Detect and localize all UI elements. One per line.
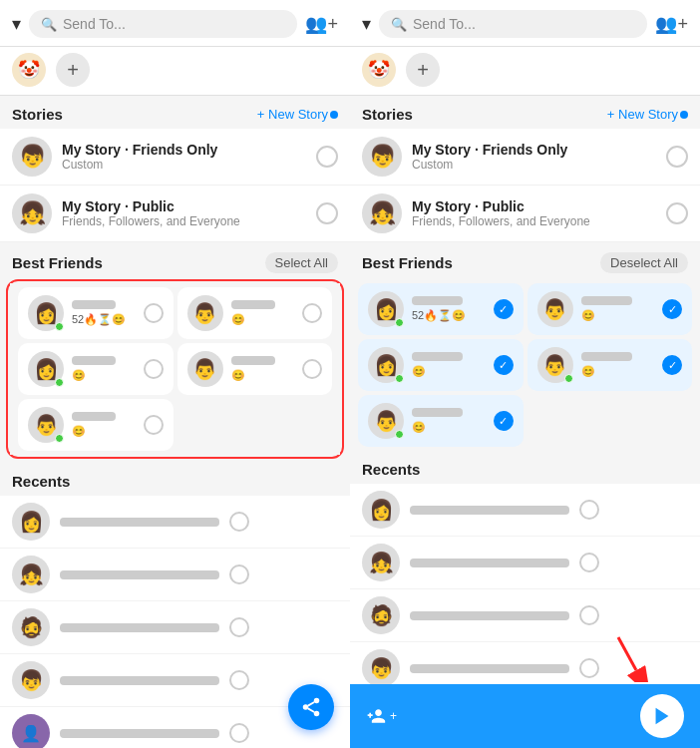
recent-item-1-right[interactable]: 👩	[350, 484, 700, 537]
friend-card-2-right[interactable]: 👨 😊 ✓	[527, 283, 693, 335]
recent-radio-5-left[interactable]	[229, 723, 249, 743]
story-radio-1-left[interactable]	[316, 146, 338, 168]
story-avatar-2-left: 👧	[12, 193, 52, 233]
online-dot-r4	[564, 374, 573, 383]
friend-radio-5-left[interactable]	[144, 415, 164, 435]
add-friends-icon-left[interactable]: 👥+	[305, 13, 338, 35]
friend-card-3-left[interactable]: 👩 😊	[18, 343, 174, 395]
story-info-2-left: My Story · Public Friends, Followers, an…	[62, 198, 306, 228]
friend-avatar-5-right: 👨	[368, 403, 404, 439]
online-dot-3	[55, 378, 64, 387]
friend-radio-2-left[interactable]	[302, 303, 322, 323]
friend-card-1-left[interactable]: 👩 52🔥⏳😊	[18, 287, 174, 339]
friend-radio-4-left[interactable]	[302, 359, 322, 379]
friend-avatar-2-right: 👨	[537, 291, 573, 327]
share-fab-button[interactable]	[288, 684, 334, 730]
best-friends-header-left: Best Friends Select All	[0, 242, 350, 279]
story-item-public-right[interactable]: 👧 My Story · Public Friends, Followers, …	[350, 186, 700, 242]
story-item-friends-only-right[interactable]: 👦 My Story · Friends Only Custom	[350, 129, 700, 186]
friend-radio-3-left[interactable]	[144, 359, 164, 379]
top-bar-left: ▾ 🔍 Send To... 👥+	[0, 0, 350, 47]
search-icon: 🔍	[41, 17, 57, 32]
emoji-row-left: 🤡 +	[0, 47, 350, 96]
recent-item-3-left[interactable]: 🧔	[0, 601, 350, 654]
recent-radio-4-right[interactable]	[579, 658, 599, 678]
recent-avatar-4-left: 👦	[12, 661, 50, 699]
emoji-row-right: 🤡 +	[350, 47, 700, 96]
svg-point-2	[314, 711, 320, 717]
search-box-right[interactable]: 🔍 Send To...	[379, 10, 647, 38]
story-radio-2-left[interactable]	[316, 202, 338, 224]
new-story-button-right[interactable]: + New Story	[607, 107, 688, 122]
friend-radio-5-right[interactable]: ✓	[494, 411, 514, 431]
emoji-button-right[interactable]: 🤡	[362, 53, 396, 87]
friend-name-bar-3	[72, 356, 116, 365]
recent-radio-4-left[interactable]	[229, 670, 249, 690]
search-placeholder-left: Send To...	[63, 16, 126, 32]
add-button-left[interactable]: +	[56, 53, 90, 87]
friend-radio-2-right[interactable]: ✓	[662, 299, 682, 319]
recent-name-3-left	[60, 623, 219, 632]
chevron-down-icon[interactable]: ▾	[12, 13, 21, 35]
select-all-button[interactable]: Select All	[265, 252, 338, 273]
recent-radio-2-left[interactable]	[229, 564, 249, 584]
new-story-button-left[interactable]: + New Story	[257, 107, 338, 122]
friend-radio-3-right[interactable]: ✓	[494, 355, 514, 375]
friend-radio-1-left[interactable]	[144, 303, 164, 323]
friend-card-2-left[interactable]: 👨 😊	[177, 287, 333, 339]
recent-radio-3-left[interactable]	[229, 617, 249, 637]
story-radio-1-right[interactable]	[666, 146, 688, 168]
recent-item-2-right[interactable]: 👧	[350, 537, 700, 589]
bottom-bar-right: +	[350, 684, 700, 748]
online-dot-1	[55, 322, 64, 331]
recent-item-1-left[interactable]: 👩	[0, 496, 350, 549]
recent-name-4-right	[410, 664, 569, 673]
friend-card-5-left[interactable]: 👨 😊	[18, 399, 174, 451]
friend-card-1-right[interactable]: 👩 52🔥⏳😊 ✓	[358, 283, 524, 335]
recent-name-4-left	[60, 676, 219, 685]
recent-radio-1-right[interactable]	[579, 500, 599, 520]
friend-streak-r4: 😊	[581, 365, 655, 378]
friend-avatar-1-left: 👩	[28, 295, 64, 331]
send-button[interactable]	[640, 694, 684, 738]
friend-streak-3: 😊	[72, 369, 136, 382]
recent-item-2-left[interactable]: 👧	[0, 549, 350, 601]
chevron-down-icon-right[interactable]: ▾	[362, 13, 371, 35]
deselect-all-button[interactable]: Deselect All	[600, 252, 688, 273]
search-icon-right: 🔍	[391, 17, 407, 32]
best-friends-grid-highlight: 👩 52🔥⏳😊 👨 😊 👩	[6, 279, 344, 459]
add-button-right[interactable]: +	[406, 53, 440, 87]
recent-name-2-left	[60, 570, 219, 579]
story-item-public-left[interactable]: 👧 My Story · Public Friends, Followers, …	[0, 186, 350, 242]
emoji-button-left[interactable]: 🤡	[12, 53, 46, 87]
friend-info-1-right: 52🔥⏳😊	[412, 296, 486, 322]
recents-header-right: Recents	[350, 451, 700, 484]
add-friends-icon-right[interactable]: 👥+	[655, 13, 688, 35]
friend-streak-r1: 52🔥⏳😊	[412, 309, 486, 322]
friend-name-bar-r5	[412, 408, 463, 417]
friend-info-2-right: 😊	[581, 296, 655, 322]
friend-radio-1-right[interactable]: ✓	[494, 299, 514, 319]
search-box-left[interactable]: 🔍 Send To...	[29, 10, 297, 38]
story-radio-2-right[interactable]	[666, 202, 688, 224]
recents-title-left: Recents	[12, 473, 70, 490]
friend-card-3-right[interactable]: 👩 😊 ✓	[358, 339, 524, 391]
friend-name-bar-5	[72, 412, 116, 421]
add-friends-bar[interactable]: +	[366, 706, 397, 726]
story-avatar-1-left: 👦	[12, 137, 52, 177]
friend-name-bar-1	[72, 300, 116, 309]
friend-card-4-left[interactable]: 👨 😊	[177, 343, 333, 395]
online-dot-5	[55, 434, 64, 443]
recent-radio-3-right[interactable]	[579, 605, 599, 625]
recent-radio-1-left[interactable]	[229, 512, 249, 532]
story-item-friends-only-left[interactable]: 👦 My Story · Friends Only Custom	[0, 129, 350, 186]
best-friends-grid-left: 👩 52🔥⏳😊 👨 😊 👩	[10, 283, 340, 455]
best-friends-grid-right: 👩 52🔥⏳😊 ✓ 👨 😊 ✓ 👩 😊	[350, 279, 700, 451]
recent-radio-2-right[interactable]	[579, 553, 599, 572]
friend-name-bar-r4	[581, 352, 632, 361]
friend-radio-4-right[interactable]: ✓	[662, 355, 682, 375]
story-sub-2-left: Friends, Followers, and Everyone	[62, 214, 306, 228]
friend-card-5-right[interactable]: 👨 😊 ✓	[358, 395, 524, 447]
friend-card-4-right[interactable]: 👨 😊 ✓	[527, 339, 693, 391]
right-panel: ▾ 🔍 Send To... 👥+ 🤡 + Stories + New Stor…	[350, 0, 700, 748]
